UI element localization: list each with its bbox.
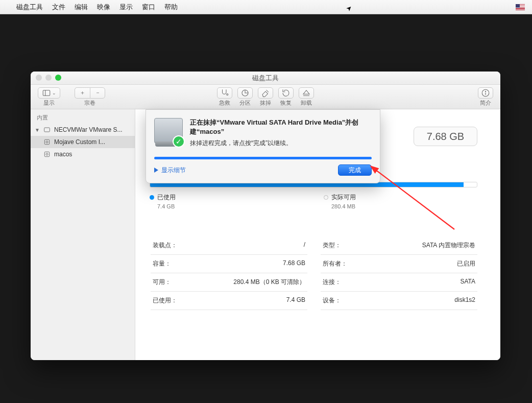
used-label: 已使用 xyxy=(157,193,176,202)
menu-edit[interactable]: 编辑 xyxy=(75,3,88,12)
first-aid-button[interactable] xyxy=(217,87,232,99)
sidebar-item-volume[interactable]: macos xyxy=(31,148,135,160)
disk-utility-window: 磁盘工具 ⌄ 显示 ＋ － 宗卷 xyxy=(31,72,500,360)
menu-image[interactable]: 映像 xyxy=(97,3,110,12)
svg-rect-0 xyxy=(43,90,50,96)
progress-bar xyxy=(154,157,372,159)
toolbar: ⌄ 显示 ＋ － 宗卷 急救 xyxy=(31,85,500,109)
info-row: 容量：7.68 GB xyxy=(151,255,307,273)
sidebar-icon xyxy=(42,88,51,98)
disclosure-triangle-icon[interactable]: ▼ xyxy=(35,127,40,133)
info-row: 可用：280.4 MB（0 KB 可清除） xyxy=(151,273,307,292)
volume-icon xyxy=(43,138,51,146)
menu-help[interactable]: 帮助 xyxy=(164,3,178,12)
main-pane: 7.68 GB 已使用 7.4 GB 实际可用 280.4 MB 装载点：/ 容… xyxy=(135,109,500,360)
partition-button[interactable] xyxy=(237,87,253,99)
svg-line-4 xyxy=(267,90,269,92)
svg-rect-11 xyxy=(44,139,49,144)
window-zoom-button[interactable] xyxy=(55,75,61,81)
restore-icon xyxy=(281,88,291,98)
info-button[interactable] xyxy=(478,87,493,99)
info-row: 类型：SATA 内置物理宗卷 xyxy=(321,236,477,255)
info-row: 装载点：/ xyxy=(151,236,307,255)
svg-point-14 xyxy=(46,153,48,155)
used-swatch-icon xyxy=(150,195,154,200)
free-label: 实际可用 xyxy=(331,193,356,202)
disclosure-triangle-icon xyxy=(154,168,158,173)
unmount-button[interactable] xyxy=(299,87,314,99)
checkmark-icon: ✓ xyxy=(173,135,185,148)
disk-icon xyxy=(43,126,51,134)
partition-label: 分区 xyxy=(239,99,251,107)
used-value: 7.4 GB xyxy=(150,203,176,209)
svg-rect-10 xyxy=(44,128,50,132)
svg-rect-13 xyxy=(44,152,49,156)
svg-point-9 xyxy=(485,91,486,91)
info-row: 所有者：已启用 xyxy=(321,255,477,273)
menu-file[interactable]: 文件 xyxy=(52,3,65,12)
remove-volume-button[interactable]: － xyxy=(90,87,105,99)
info-grid: 装载点：/ 容量：7.68 GB 可用：280.4 MB（0 KB 可清除） 已… xyxy=(151,236,477,310)
info-row: 设备：disk1s2 xyxy=(321,292,477,310)
disk-success-icon: ✓ xyxy=(154,118,183,147)
free-value: 280.4 MB xyxy=(324,203,356,209)
sidebar-item-volume-selected[interactable]: Mojave Custom I... xyxy=(31,136,135,148)
add-volume-button[interactable]: ＋ xyxy=(75,87,90,99)
system-menubar: 磁盘工具 文件 编辑 映像 显示 窗口 帮助 xyxy=(0,0,532,14)
erase-icon xyxy=(261,88,270,98)
show-details-label: 显示细节 xyxy=(161,166,186,175)
capacity-badge: 7.68 GB xyxy=(414,127,477,146)
menu-app[interactable]: 磁盘工具 xyxy=(16,3,43,12)
unmount-label: 卸载 xyxy=(301,99,312,107)
first-aid-label: 急救 xyxy=(219,99,230,107)
window-close-button[interactable] xyxy=(36,75,42,81)
erase-button[interactable] xyxy=(258,87,273,99)
dialog-message: 抹掉进程完成，请点按“完成”以继续。 xyxy=(190,139,372,148)
info-label: 简介 xyxy=(480,99,491,107)
stethoscope-icon xyxy=(220,88,229,98)
menu-view[interactable]: 显示 xyxy=(119,3,133,12)
sidebar-item-label: Mojave Custom I... xyxy=(54,138,105,146)
menu-window[interactable]: 窗口 xyxy=(142,3,155,12)
show-details-button[interactable]: 显示细节 xyxy=(154,166,186,175)
info-icon xyxy=(481,88,490,98)
volume-label: 宗卷 xyxy=(84,99,95,107)
svg-marker-5 xyxy=(303,90,309,94)
info-row: 已使用：7.4 GB xyxy=(151,292,307,310)
sidebar-item-label: NECVMWar VMware S... xyxy=(54,126,123,133)
restore-button[interactable] xyxy=(278,87,294,99)
erase-complete-dialog: ✓ 正在抹掉“VMware Virtual SATA Hard Drive Me… xyxy=(146,109,380,183)
sidebar: 内置 ▼ NECVMWar VMware S... Mojave Custom … xyxy=(31,109,135,360)
window-minimize-button[interactable] xyxy=(45,75,52,81)
erase-label: 抹掉 xyxy=(260,99,271,107)
info-row: 连接：SATA xyxy=(321,273,477,292)
input-source-flag-icon[interactable] xyxy=(516,4,525,10)
sidebar-item-disk[interactable]: ▼ NECVMWar VMware S... xyxy=(31,124,135,136)
view-label: 显示 xyxy=(43,99,55,107)
svg-point-2 xyxy=(227,93,228,95)
done-button[interactable]: 完成 xyxy=(338,164,372,176)
window-title: 磁盘工具 xyxy=(252,74,279,83)
sidebar-section-header: 内置 xyxy=(31,112,135,124)
view-button[interactable]: ⌄ xyxy=(38,87,60,99)
usage-legend: 已使用 7.4 GB 实际可用 280.4 MB xyxy=(150,193,477,209)
eject-icon xyxy=(302,88,311,98)
svg-point-12 xyxy=(46,141,48,143)
sidebar-item-label: macos xyxy=(54,151,72,158)
pie-icon xyxy=(240,88,250,98)
window-titlebar[interactable]: 磁盘工具 xyxy=(31,72,500,85)
volume-icon xyxy=(43,150,51,158)
free-swatch-icon xyxy=(324,195,328,200)
dialog-title: 正在抹掉“VMware Virtual SATA Hard Drive Medi… xyxy=(190,118,372,136)
restore-label: 恢复 xyxy=(280,99,292,107)
